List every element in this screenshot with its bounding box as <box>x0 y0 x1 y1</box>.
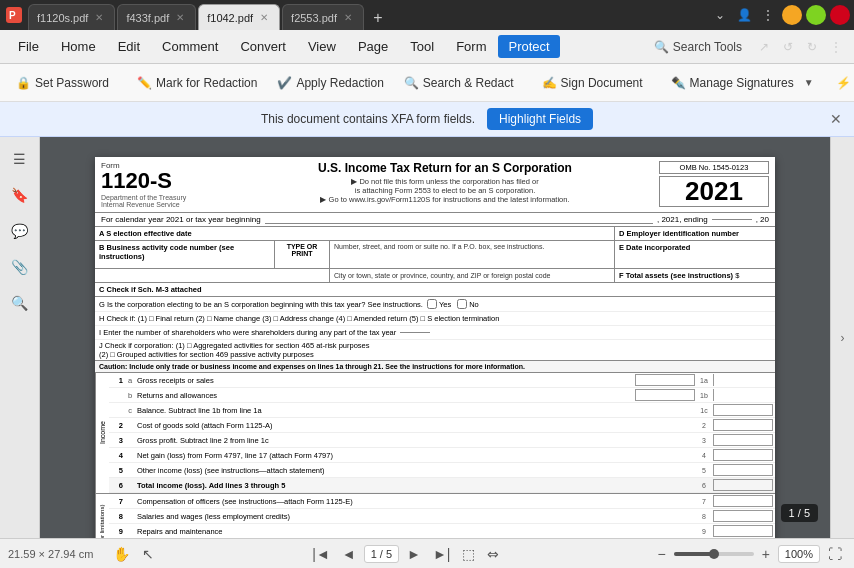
field-b-address: Number, street, and room or suite no. If… <box>330 241 615 268</box>
fit-page-icon[interactable]: ⬚ <box>458 544 479 564</box>
menu-comment[interactable]: Comment <box>152 35 228 58</box>
calendar-ending: , 2021, ending <box>657 215 708 224</box>
line-1c-alpha: c <box>125 406 135 415</box>
signatures-dropdown-arrow[interactable]: ▼ <box>802 73 816 92</box>
menu-protect[interactable]: Protect <box>498 35 559 58</box>
zoom-out-button[interactable]: − <box>653 544 669 564</box>
menu-convert[interactable]: Convert <box>230 35 296 58</box>
menu-form[interactable]: Form <box>446 35 496 58</box>
city-state-spacer <box>95 269 330 282</box>
zoom-value[interactable]: 100% <box>778 545 820 563</box>
menu-home[interactable]: Home <box>51 35 106 58</box>
avatar-icon[interactable]: 👤 <box>734 5 754 25</box>
deductions-section: Deductions (see instructions for limitat… <box>95 494 775 538</box>
menu-tool[interactable]: Tool <box>400 35 444 58</box>
menu-file[interactable]: File <box>8 35 49 58</box>
menu-right-area: 🔍 Search Tools ↗ ↺ ↻ ⋮ <box>646 36 846 58</box>
sidebar-comments-icon[interactable]: 💬 <box>6 217 34 245</box>
line-g-no-checkbox[interactable] <box>457 299 467 309</box>
hand-tool-icon[interactable]: ✋ <box>109 544 134 564</box>
manage-signatures-label: Manage Signatures <box>690 76 794 90</box>
maximize-button[interactable] <box>806 5 826 25</box>
apply-redaction-label: Apply Redaction <box>296 76 383 90</box>
zoom-slider[interactable] <box>674 552 754 556</box>
notification-bar: This document contains XFA form fields. … <box>0 102 854 137</box>
menu-page[interactable]: Page <box>348 35 398 58</box>
field-row-b: B Business activity code number (see ins… <box>95 241 775 269</box>
tab-close[interactable]: ✕ <box>257 11 271 25</box>
right-sidebar-arrow[interactable]: › <box>841 331 845 345</box>
dropdown-arrow-icon[interactable]: ⌄ <box>710 5 730 25</box>
caution-row: Caution: Include only trade or business … <box>95 361 775 373</box>
prev-page-button[interactable]: ◄ <box>338 544 360 564</box>
form-dept: Department of the TreasuryInternal Reven… <box>101 194 231 208</box>
signatures-icon: ✒️ <box>671 76 686 90</box>
pdf-viewer[interactable]: Form 1120-S Department of the TreasuryIn… <box>40 137 830 538</box>
pdf-page: Form 1120-S Department of the TreasuryIn… <box>95 157 775 538</box>
more-options-icon[interactable]: ⋮ <box>826 37 846 57</box>
search-tools-button[interactable]: 🔍 Search Tools <box>646 36 750 58</box>
city-state-label: City or town, state or province, country… <box>334 272 550 279</box>
fit-screen-icon[interactable]: ⛶ <box>824 544 846 564</box>
line-1b-box[interactable] <box>635 389 695 401</box>
line-1a-right-box <box>713 374 773 386</box>
fit-width-icon[interactable]: ⇔ <box>483 544 503 564</box>
line-1a-desc: Gross receipts or sales <box>135 376 635 385</box>
redo-icon[interactable]: ↻ <box>802 37 822 57</box>
line-g-no-label: No <box>469 300 479 309</box>
menu-edit[interactable]: Edit <box>108 35 150 58</box>
sidebar-search-icon[interactable]: 🔍 <box>6 289 34 317</box>
first-page-button[interactable]: |◄ <box>308 544 334 564</box>
field-c-label: C Check if Sch. M-3 attached <box>99 285 202 294</box>
tab-f2553[interactable]: f2553.pdf ✕ <box>282 4 364 30</box>
field-b-label: B Business activity code number (see ins… <box>99 243 234 261</box>
zoom-in-button[interactable]: + <box>758 544 774 564</box>
last-page-button[interactable]: ►| <box>429 544 455 564</box>
close-button[interactable] <box>830 5 850 25</box>
sidebar-thumbnails-icon[interactable]: ☰ <box>6 145 34 173</box>
tab-close[interactable]: ✕ <box>341 11 355 25</box>
page-counter-text: 1 / 5 <box>789 507 810 519</box>
highlight-fields-button[interactable]: Highlight Fields <box>487 108 593 130</box>
sidebar-attachments-icon[interactable]: 📎 <box>6 253 34 281</box>
share-icon[interactable]: ↗ <box>754 37 774 57</box>
search-redact-button[interactable]: 🔍 Search & Redact <box>396 72 522 94</box>
add-tab-button[interactable]: + <box>366 6 390 30</box>
line-1a-box[interactable] <box>635 374 695 386</box>
bottom-bar: 21.59 × 27.94 cm ✋ ↖ |◄ ◄ 1 / 5 ► ►| ⬚ ⇔… <box>0 538 854 568</box>
minimize-button[interactable] <box>782 5 802 25</box>
notification-text: This document contains XFA form fields. <box>261 112 475 126</box>
form-title-area: U.S. Income Tax Return for an S Corporat… <box>231 161 659 204</box>
field-c-row: C Check if Sch. M-3 attached <box>95 283 775 297</box>
page-indicator[interactable]: 1 / 5 <box>364 545 399 563</box>
sign-document-button[interactable]: ✍️ Sign Document <box>534 72 651 94</box>
cursor-tool-icon[interactable]: ↖ <box>138 544 158 564</box>
mark-redaction-button[interactable]: ✏️ Mark for Redaction <box>129 72 265 94</box>
city-state-row: City or town, state or province, country… <box>95 269 775 283</box>
form-subtitle1: ▶ Do not file this form unless the corpo… <box>239 177 651 186</box>
income-row-2: 2 Cost of goods sold (attach Form 1125-A… <box>109 418 775 433</box>
tab-close[interactable]: ✕ <box>173 11 187 25</box>
line-1b-desc: Returns and allowances <box>135 391 635 400</box>
next-page-button[interactable]: ► <box>403 544 425 564</box>
form-omb-area: OMB No. 1545-0123 2021 <box>659 161 769 207</box>
notification-close-button[interactable]: ✕ <box>830 111 842 127</box>
calendar-label: For calendar year 2021 or tax year begin… <box>101 215 261 224</box>
line-1c-right-box[interactable] <box>713 404 773 416</box>
set-password-button[interactable]: 🔒 Set Password <box>8 72 117 94</box>
sidebar-bookmarks-icon[interactable]: 🔖 <box>6 181 34 209</box>
line-j2-text: (2) □ Grouped activities for section 469… <box>99 350 771 359</box>
menu-icon[interactable]: ⋮ <box>758 5 778 25</box>
income-label: Income <box>99 422 106 445</box>
bottom-right: − + 100% ⛶ <box>653 544 846 564</box>
tab-close[interactable]: ✕ <box>92 11 106 25</box>
undo-icon[interactable]: ↺ <box>778 37 798 57</box>
tab-f1042[interactable]: f1042.pdf ✕ <box>198 4 280 30</box>
electro-button[interactable]: ⚡ Electro... <box>828 72 854 94</box>
apply-redaction-button[interactable]: ✔️ Apply Redaction <box>269 72 391 94</box>
manage-signatures-button[interactable]: ✒️ Manage Signatures <box>663 72 802 94</box>
tab-f433f[interactable]: f433f.pdf ✕ <box>117 4 196 30</box>
line-g-yes-checkbox[interactable] <box>427 299 437 309</box>
menu-view[interactable]: View <box>298 35 346 58</box>
tab-f1120s[interactable]: f1120s.pdf ✕ <box>28 4 115 30</box>
